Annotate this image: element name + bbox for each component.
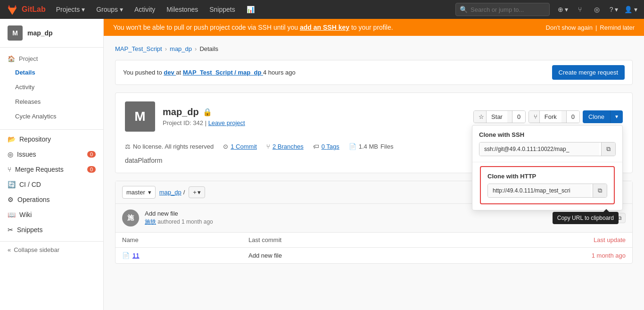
star-button[interactable]: ☆ Star xyxy=(474,111,512,123)
nav-groups[interactable]: Groups ▾ xyxy=(91,0,128,19)
sidebar-item-snippets[interactable]: ✂ Snippets xyxy=(0,222,103,237)
sidebar-item-cycle-analytics[interactable]: Cycle Analytics xyxy=(0,109,103,124)
cycle-analytics-label: Cycle Analytics xyxy=(15,113,56,120)
plus-icon[interactable]: ⊕ ▾ xyxy=(555,2,570,17)
sidebar-item-releases[interactable]: Releases xyxy=(0,94,103,109)
plus-icon: + xyxy=(193,189,197,196)
clone-ssh-copy-button[interactable]: ⧉ xyxy=(601,142,615,156)
sidebar-item-operations[interactable]: ⚙ Operations xyxy=(0,192,103,207)
banner-dont-show[interactable]: Don't show again xyxy=(546,24,593,31)
collapse-icon: « xyxy=(8,246,11,253)
tags-count-link[interactable]: 0 Tags xyxy=(322,143,339,150)
sidebar-item-wiki[interactable]: 📖 Wiki xyxy=(0,207,103,222)
commit-message: Add new file xyxy=(145,210,558,217)
file-name-cell: 📄 11 xyxy=(116,248,242,264)
search-input[interactable] xyxy=(471,6,541,13)
clone-http-input[interactable] xyxy=(488,184,591,197)
banner-actions: Don't show again | Remind later xyxy=(546,24,635,31)
create-merge-request-button[interactable]: Create merge request xyxy=(552,65,625,80)
leave-project-link[interactable]: Leave project xyxy=(208,119,245,126)
push-branch-link[interactable]: dev xyxy=(164,69,176,76)
file-link[interactable]: 11 xyxy=(132,252,139,259)
search-box[interactable]: 🔍 xyxy=(455,3,550,16)
folder-path-link[interactable]: map_dp xyxy=(159,189,182,196)
nav-projects[interactable]: Projects ▾ xyxy=(51,0,90,19)
sidebar-project-header[interactable]: M map_dp xyxy=(0,19,103,48)
clone-ssh-input[interactable] xyxy=(479,142,599,156)
file-last-update-cell: 1 month ago xyxy=(436,248,632,264)
clone-http-label: Clone with HTTP xyxy=(487,173,607,180)
branches-count-link[interactable]: 2 Branches xyxy=(272,143,304,150)
file-table-header-row: Name Last commit Last update xyxy=(116,233,632,248)
dropdown-icon: ▾ xyxy=(198,189,201,196)
issues-icon[interactable]: ◎ xyxy=(589,2,604,17)
file-table-header: Name Last commit Last update xyxy=(116,233,632,248)
branch-selector[interactable]: master ▾ xyxy=(122,186,156,199)
size-icon: 📄 xyxy=(349,143,356,150)
clone-dropdown-arrow[interactable]: ▾ xyxy=(610,110,623,123)
sidebar-project-header-label[interactable]: 🏠 Project xyxy=(0,51,103,65)
stat-size: 📄 1.4 MB Files xyxy=(349,143,394,150)
sidebar-item-activity[interactable]: Activity xyxy=(0,80,103,94)
sidebar-item-issues[interactable]: ◎ Issues 0 xyxy=(0,147,103,162)
copy-url-tooltip: Copy URL to clipboard xyxy=(553,212,619,224)
banner-divider: | xyxy=(595,24,597,31)
breadcrumb-part1[interactable]: MAP_Test_Script xyxy=(115,45,162,52)
breadcrumb-part2[interactable]: map_dp xyxy=(170,45,192,52)
folder-path: map_dp / xyxy=(159,189,185,196)
gitlab-wordmark: GitLab xyxy=(22,5,46,14)
nav-snippets[interactable]: Snippets xyxy=(205,0,239,19)
sidebar-collapse-button[interactable]: « Collapse sidebar xyxy=(0,241,103,258)
license-icon: ⚖ xyxy=(125,143,131,150)
banner-remind-later[interactable]: Remind later xyxy=(600,24,635,31)
folder-add-button[interactable]: + ▾ xyxy=(189,186,205,198)
project-actions: ☆ Star 0 ⑂ Fork 0 Clone ▾ xyxy=(473,110,623,123)
operations-icon: ⚙ xyxy=(8,196,14,203)
col-name: Name xyxy=(116,233,242,248)
merge-requests-label: Merge Requests xyxy=(15,166,64,173)
clone-ssh-label: Clone with SSH xyxy=(479,131,616,138)
commit-author-link[interactable]: 施轶 xyxy=(145,218,156,225)
help-icon[interactable]: ? ▾ xyxy=(606,2,621,17)
branch-name: master xyxy=(126,189,145,196)
sidebar-item-ci-cd[interactable]: 🔄 CI / CD xyxy=(0,177,103,192)
banner-ssh-link[interactable]: add an SSH key xyxy=(300,24,349,31)
project-info: map_dp 🔒 Project ID: 342 | Leave project xyxy=(163,107,245,126)
topnav-icon-group: ⊕ ▾ ⑂ ◎ ? ▾ 👤 ▾ xyxy=(555,2,638,17)
file-name: 📄 11 xyxy=(122,252,235,259)
lock-icon: 🔒 xyxy=(203,108,212,117)
nav-graph-icon[interactable]: 📊 xyxy=(242,0,259,19)
project-header: M map_dp 🔒 Project ID: 342 | Leave proje… xyxy=(115,92,633,173)
commits-count-link[interactable]: 1 Commit xyxy=(231,143,257,150)
commits-icon: ⊙ xyxy=(223,143,228,150)
gitlab-logo[interactable]: GitLab xyxy=(6,3,46,16)
breadcrumb-sep2: › xyxy=(195,45,197,52)
sidebar-item-merge-requests[interactable]: ⑂ Merge Requests 0 xyxy=(0,162,103,177)
branch-dropdown-icon: ▾ xyxy=(148,189,151,196)
project-meta: Project ID: 342 | Leave project xyxy=(163,119,245,126)
sidebar-divider-1 xyxy=(0,129,103,130)
wiki-label: Wiki xyxy=(19,211,32,218)
operations-label: Operations xyxy=(17,196,50,203)
clone-http-wrapper: Clone with HTTP ⧉ Copy URL xyxy=(472,162,622,210)
star-count: 0 xyxy=(512,111,525,123)
repository-icon: 📂 xyxy=(8,135,16,143)
clone-http-input-row: ⧉ xyxy=(487,184,607,198)
details-label: Details xyxy=(15,69,35,76)
branches-icon: ⑂ xyxy=(266,143,270,150)
push-repo-link[interactable]: MAP_Test_Script / map_dp xyxy=(183,69,263,76)
clone-http-copy-button[interactable]: ⧉ xyxy=(593,184,607,197)
fork-button[interactable]: ⑂ Fork xyxy=(529,111,566,123)
banner-text: You won't be able to pull or push projec… xyxy=(113,24,546,31)
user-avatar-icon[interactable]: 👤 ▾ xyxy=(623,2,638,17)
collapse-label: Collapse sidebar xyxy=(14,246,59,253)
clone-button[interactable]: Clone xyxy=(583,110,610,123)
nav-activity[interactable]: Activity xyxy=(130,0,160,19)
ci-cd-icon: 🔄 xyxy=(8,181,16,188)
nav-milestones[interactable]: Milestones xyxy=(162,0,203,19)
sidebar-item-repository[interactable]: 📂 Repository xyxy=(0,132,103,147)
fork-icon[interactable]: ⑂ xyxy=(572,2,587,17)
sidebar-item-details[interactable]: Details xyxy=(0,65,103,80)
releases-label: Releases xyxy=(15,98,41,105)
col-last-update: Last update xyxy=(436,233,632,248)
